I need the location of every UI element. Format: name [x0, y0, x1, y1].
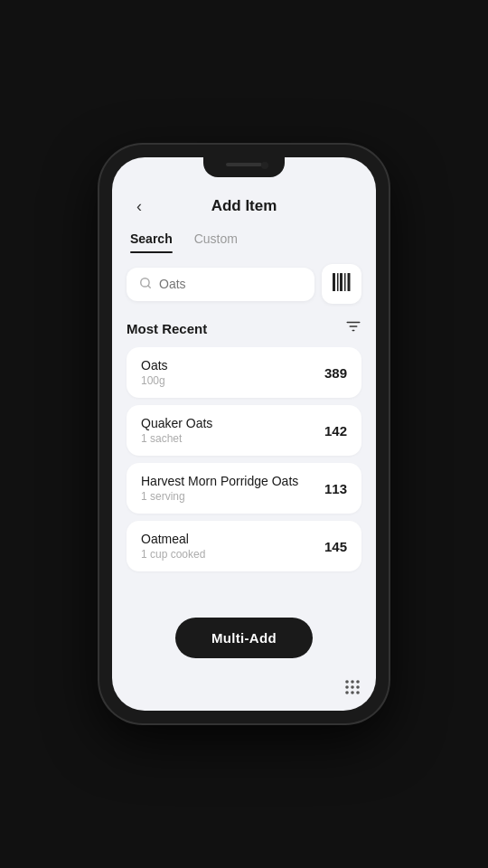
tabs-container: Search Custom [112, 224, 376, 253]
food-info: Oats 100g [141, 358, 168, 387]
list-item[interactable]: Harvest Morn Porridge Oats 1 serving 113 [127, 463, 361, 514]
svg-rect-6 [348, 273, 351, 291]
svg-point-8 [351, 680, 354, 684]
svg-rect-5 [344, 273, 346, 291]
svg-point-9 [356, 680, 360, 684]
svg-point-14 [351, 691, 354, 694]
svg-rect-4 [340, 273, 343, 291]
barcode-icon [332, 272, 352, 296]
back-button[interactable]: ‹ [127, 193, 152, 219]
list-item[interactable]: Quaker Oats 1 sachet 142 [127, 405, 361, 456]
svg-point-12 [356, 685, 360, 689]
app-content: ‹ Add Item Search Custom [112, 157, 376, 711]
list-item[interactable]: Oatmeal 1 cup cooked 145 [127, 521, 361, 571]
svg-rect-3 [337, 273, 339, 291]
barcode-button[interactable] [322, 264, 361, 304]
svg-point-10 [345, 685, 349, 689]
section-header: Most Recent [112, 318, 376, 338]
svg-point-15 [356, 691, 360, 694]
tab-custom[interactable]: Custom [194, 224, 238, 253]
list-item[interactable]: Oats 100g 389 [127, 347, 361, 398]
food-list: Oats 100g 389 Quaker Oats 1 sachet 142 H… [112, 347, 376, 607]
food-info: Oatmeal 1 cup cooked [141, 532, 205, 561]
speaker [226, 163, 262, 166]
phone-frame: ‹ Add Item Search Custom [99, 145, 389, 723]
bottom-bar: Multi-Add [112, 607, 376, 673]
svg-point-11 [351, 685, 354, 689]
svg-point-7 [345, 680, 349, 684]
tab-search[interactable]: Search [130, 224, 173, 253]
svg-point-13 [345, 691, 349, 694]
svg-line-1 [148, 285, 151, 288]
bottom-nav [112, 673, 376, 711]
search-container [112, 264, 376, 304]
food-info: Harvest Morn Porridge Oats 1 serving [141, 474, 298, 503]
search-icon [139, 277, 152, 292]
svg-rect-2 [333, 273, 335, 291]
filter-button[interactable] [345, 318, 361, 338]
section-title: Most Recent [127, 321, 207, 336]
header: ‹ Add Item [112, 183, 376, 224]
search-input[interactable] [159, 277, 302, 291]
grid-menu-button[interactable] [343, 678, 361, 700]
page-title: Add Item [211, 197, 277, 215]
notch [203, 157, 285, 177]
multi-add-button[interactable]: Multi-Add [175, 618, 313, 658]
camera [261, 162, 268, 169]
phone-screen: ‹ Add Item Search Custom [112, 157, 376, 711]
back-icon: ‹ [136, 197, 142, 216]
food-info: Quaker Oats 1 sachet [141, 416, 212, 445]
search-input-wrap [127, 268, 314, 301]
